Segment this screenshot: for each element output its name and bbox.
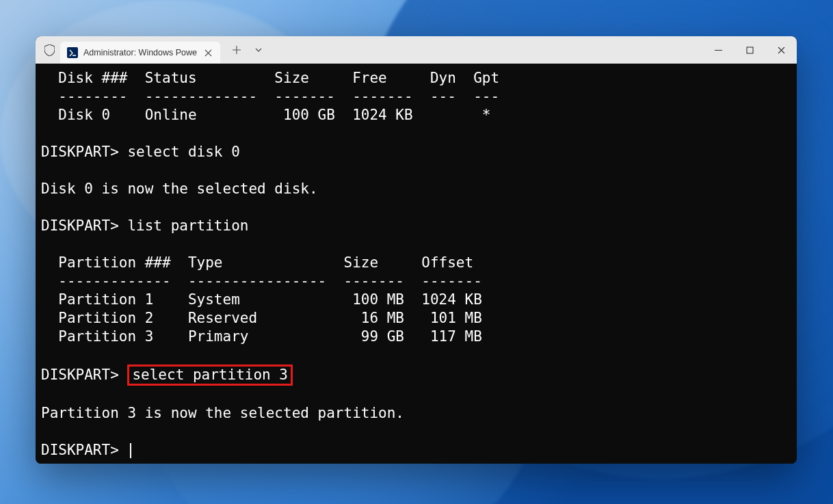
terminal-content[interactable]: Disk ### Status Size Free Dyn Gpt ------… [36,64,797,464]
diskpart-prompt: DISKPART> [41,144,127,160]
tab-close-button[interactable] [202,47,213,58]
partition-list-header: Partition ### Type Size Offset [41,254,791,272]
command-list-partition: list partition [127,217,248,234]
close-button[interactable] [765,36,797,64]
tab-powershell[interactable]: Administrator: Windows Powe [60,42,220,64]
tab-title: Administrator: Windows Powe [83,48,197,57]
command-select-disk: select disk 0 [127,144,239,160]
minimize-button[interactable] [702,36,734,64]
terminal-window: Administrator: Windows Powe Disk ### Sta… [36,36,797,464]
powershell-icon [67,47,78,58]
disk-list-header: Disk ### Status Size Free Dyn Gpt [41,69,791,88]
tab-dropdown-button[interactable] [249,40,268,59]
svg-rect-0 [747,47,753,53]
maximize-button[interactable] [734,36,765,64]
command-select-partition-highlighted: select partition 3 [127,364,293,386]
partition-list-divider: ------------- ---------------- ------- -… [41,272,791,291]
partition-row: Partition 3 Primary 99 GB 117 MB [41,328,791,346]
new-tab-button[interactable] [227,40,246,59]
cursor-icon [130,443,131,458]
response-disk-selected: Disk 0 is now the selected disk. [41,181,318,197]
disk-row: Disk 0 Online 100 GB 1024 KB * [41,106,791,124]
titlebar: Administrator: Windows Powe [36,36,797,64]
disk-list-divider: -------- ------------- ------- ------- -… [41,88,791,106]
diskpart-prompt: DISKPART> [41,217,127,234]
partition-row: Partition 2 Reserved 16 MB 101 MB [41,309,791,328]
diskpart-prompt: DISKPART> [41,367,127,383]
response-partition-selected: Partition 3 is now the selected partitio… [41,405,404,421]
partition-row: Partition 1 System 100 MB 1024 KB [41,291,791,309]
diskpart-prompt: DISKPART> [41,442,127,458]
shield-icon [42,44,56,56]
